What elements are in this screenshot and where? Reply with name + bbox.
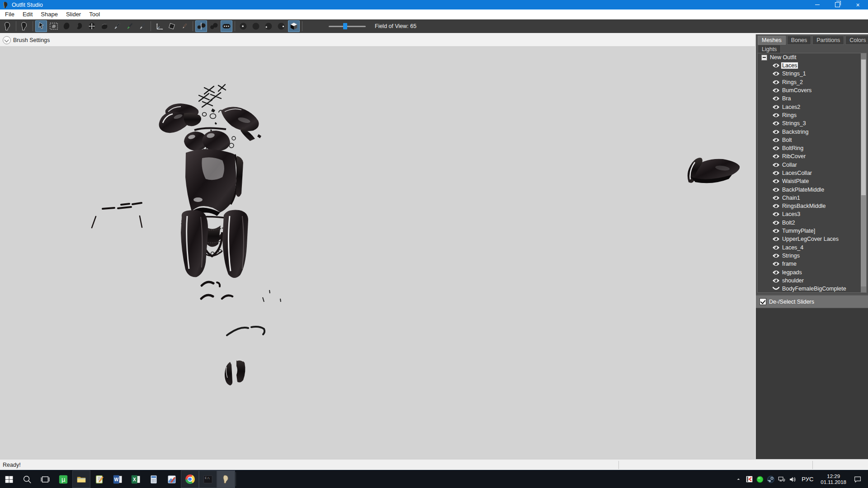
eye-open-icon[interactable] xyxy=(772,88,780,93)
checkbox-checked-icon[interactable] xyxy=(760,298,766,305)
load-project-button[interactable] xyxy=(19,20,30,32)
taskbar-start-button[interactable] xyxy=(0,470,18,488)
mesh-item-bodyfemalebigcomplete[interactable]: BodyFemaleBigComplete xyxy=(758,285,866,293)
select-tool[interactable] xyxy=(35,20,47,32)
menu-tool[interactable]: Tool xyxy=(85,9,104,19)
taskbar-search-button[interactable] xyxy=(18,470,36,488)
pivot-tool[interactable] xyxy=(166,20,178,32)
taskbar-word-button[interactable]: W xyxy=(108,470,127,488)
eye-closed-icon[interactable] xyxy=(772,286,780,291)
eye-open-icon[interactable] xyxy=(772,253,780,258)
new-project-button[interactable] xyxy=(2,20,14,32)
restore-button[interactable] xyxy=(827,0,848,9)
mask-brush-tool[interactable] xyxy=(48,20,60,32)
kaspersky-tray-icon[interactable] xyxy=(744,470,755,488)
taskbar-outfit-studio-button[interactable] xyxy=(217,470,235,488)
app-logo-icon[interactable] xyxy=(2,1,9,9)
tab-lights[interactable]: Lights xyxy=(758,45,781,54)
close-button[interactable]: × xyxy=(848,0,868,9)
chevron-down-icon[interactable] xyxy=(3,36,11,44)
mesh-item-collar[interactable]: Collar xyxy=(758,161,866,169)
eye-open-icon[interactable] xyxy=(772,187,780,192)
mesh-item-bolt[interactable]: Bolt xyxy=(758,136,866,144)
eye-open-icon[interactable] xyxy=(772,178,780,184)
mesh-item-legpads[interactable]: legpads xyxy=(758,268,866,276)
deflate-brush-tool[interactable] xyxy=(73,20,85,32)
taskbar-chrome-button[interactable] xyxy=(181,470,199,488)
mesh-item-strings[interactable]: Strings xyxy=(758,252,866,260)
clock[interactable]: 12:29 01.11.2018 xyxy=(817,474,850,485)
mesh-item-strings-1[interactable]: Strings_1 xyxy=(758,70,866,78)
menu-shape[interactable]: Shape xyxy=(37,9,62,19)
weight-brush-tool[interactable] xyxy=(111,20,123,32)
network-tray-icon[interactable] xyxy=(776,470,787,488)
mesh-item-tummyplate-[interactable]: TummyPlate] xyxy=(758,227,866,235)
menu-file[interactable]: File xyxy=(1,9,19,19)
taskbar-utorrent-button[interactable]: µ xyxy=(54,470,72,488)
eye-open-icon[interactable] xyxy=(772,129,780,135)
steam-tray-icon[interactable] xyxy=(765,470,776,488)
mesh-item-lacescollar[interactable]: LacesCollar xyxy=(758,169,866,177)
falloff-left-button[interactable] xyxy=(263,20,274,32)
tab-meshes[interactable]: Meshes xyxy=(758,36,786,45)
eye-open-icon[interactable] xyxy=(772,270,780,275)
eye-open-icon[interactable] xyxy=(772,80,780,85)
mesh-item-frame[interactable]: frame xyxy=(758,260,866,268)
brush-pairs-toggle[interactable] xyxy=(208,20,220,32)
eye-open-icon[interactable] xyxy=(772,113,780,118)
mesh-item-boltring[interactable]: BoltRing xyxy=(758,144,866,152)
eye-open-icon[interactable] xyxy=(772,195,780,201)
taskbar-calculator-button[interactable] xyxy=(145,470,163,488)
eye-open-icon[interactable] xyxy=(772,71,780,76)
mesh-item-backplatemiddle[interactable]: BackPlateMiddle xyxy=(758,185,866,193)
scrollbar-thumb[interactable] xyxy=(861,60,866,195)
taskbar-paint-button[interactable] xyxy=(163,470,181,488)
mesh-item-laces2[interactable]: Laces2 xyxy=(758,103,866,111)
mesh-item-bumcovers[interactable]: BumCovers xyxy=(758,86,866,94)
mesh-list-scrollbar[interactable] xyxy=(861,53,866,292)
tab-bones[interactable]: Bones xyxy=(787,36,811,45)
eye-open-icon[interactable] xyxy=(772,154,780,159)
taskbar-notepad-button[interactable] xyxy=(90,470,108,488)
inflate-brush-tool[interactable] xyxy=(61,20,72,32)
eye-open-icon[interactable] xyxy=(772,104,780,110)
move-brush-tool[interactable] xyxy=(86,20,98,32)
fov-slider-thumb[interactable] xyxy=(343,23,347,29)
mesh-item-ribcover[interactable]: RibCover xyxy=(758,152,866,160)
smooth-brush-tool[interactable] xyxy=(99,20,110,32)
eye-open-icon[interactable] xyxy=(772,236,780,242)
mesh-item-strings-3[interactable]: Strings_3 xyxy=(758,119,866,127)
mesh-item-ringsbackmiddle[interactable]: RingsBackMiddle xyxy=(758,202,866,210)
deselect-sliders-bar[interactable]: De-/Select Sliders xyxy=(756,295,868,308)
tab-partitions[interactable]: Partitions xyxy=(812,36,844,45)
mesh-item-bra[interactable]: Bra xyxy=(758,94,866,103)
menu-slider[interactable]: Slider xyxy=(62,9,85,19)
mesh-item-waistplate[interactable]: WaistPlate xyxy=(758,177,866,185)
viewport-canvas[interactable] xyxy=(0,47,755,459)
mesh-item-laces[interactable]: Laces xyxy=(758,61,866,70)
transform-tool[interactable] xyxy=(153,20,165,32)
eye-open-icon[interactable] xyxy=(772,63,780,68)
mesh-item-rings-2[interactable]: Rings_2 xyxy=(758,78,866,86)
tray-expand-button[interactable] xyxy=(733,470,744,488)
eye-open-icon[interactable] xyxy=(772,228,780,234)
eye-open-icon[interactable] xyxy=(772,96,780,101)
eye-open-icon[interactable] xyxy=(772,261,780,267)
mesh-item-bolt2[interactable]: Bolt2 xyxy=(758,219,866,227)
fov-slider[interactable] xyxy=(329,20,366,32)
volume-tray-icon[interactable] xyxy=(787,470,798,488)
brush-settings-header[interactable]: Brush Settings xyxy=(0,34,755,47)
tree-root-item[interactable]: New Outfit xyxy=(758,53,866,61)
global-collision-toggle[interactable] xyxy=(288,20,300,32)
action-center-icon[interactable] xyxy=(850,470,865,488)
eye-open-icon[interactable] xyxy=(772,137,780,143)
mesh-item-laces3[interactable]: Laces3 xyxy=(758,210,866,218)
taskbar-excel-button[interactable]: X xyxy=(127,470,145,488)
mesh-item-chain1[interactable]: Chain1 xyxy=(758,194,866,202)
alpha-brush-tool[interactable] xyxy=(137,20,148,32)
falloff-center-button[interactable] xyxy=(237,20,249,32)
mesh-item-laces-4[interactable]: Laces_4 xyxy=(758,244,866,252)
status-green-tray-icon[interactable] xyxy=(755,470,765,488)
eye-open-icon[interactable] xyxy=(772,170,780,176)
eye-open-icon[interactable] xyxy=(772,220,780,225)
